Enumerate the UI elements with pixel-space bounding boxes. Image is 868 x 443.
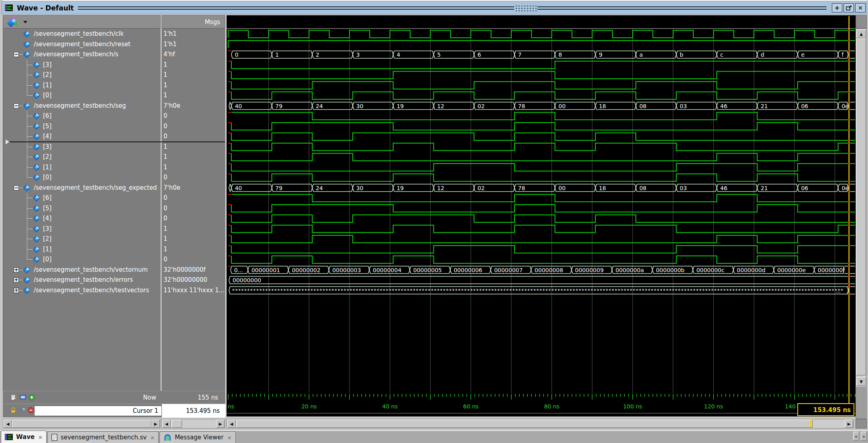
signal-row[interactable]: [3] — [3, 224, 161, 234]
signal-row[interactable]: +/sevensegment_testbench/testvectors — [3, 285, 161, 296]
undock-icon[interactable] — [843, 3, 854, 12]
signal-value-row[interactable]: 0 — [161, 203, 225, 214]
expand-icon[interactable]: + — [14, 267, 19, 273]
names-values-splitter[interactable] — [161, 15, 161, 391]
waveform-canvas[interactable]: 0123456789abcdef407924301912027800180803… — [227, 15, 856, 416]
signal-row[interactable]: [2] — [3, 234, 161, 244]
signal-row[interactable]: −/sevensegment_testbench/seg_expected — [3, 183, 161, 193]
scroll-left-icon[interactable]: ◀ — [162, 420, 171, 428]
signal-row[interactable]: [6] — [3, 111, 161, 121]
display-icon[interactable] — [20, 394, 26, 400]
signal-value-row[interactable]: 7'h0e — [161, 183, 225, 193]
add-cursor-icon[interactable] — [29, 394, 35, 400]
titlebar-grip-icon[interactable] — [514, 4, 537, 12]
signal-row[interactable]: [4] — [3, 131, 161, 142]
scroll-left-icon[interactable]: ◀ — [4, 420, 12, 428]
signal-row[interactable]: +/sevensegment_testbench/vectornum — [3, 265, 161, 275]
signal-value-row[interactable]: 7'h0e — [161, 101, 225, 111]
signal-row[interactable]: [2] — [3, 70, 161, 80]
wave-titlebar[interactable]: Wave - Default + ✕ — [1, 1, 867, 14]
signal-group-icon[interactable] — [7, 17, 19, 27]
cursor-value-field[interactable]: 153.495 ns — [162, 404, 225, 418]
lock-icon[interactable] — [10, 407, 16, 413]
names-column-header[interactable] — [3, 15, 161, 29]
signal-value-row[interactable]: 1 — [161, 224, 225, 234]
signal-value-row[interactable]: 0 — [161, 121, 225, 132]
signal-row[interactable]: [1] — [3, 80, 161, 91]
signal-values-pane[interactable]: 1'h11'h14'hf11117'h0e00011107'h0e0001110… — [161, 29, 225, 391]
tab-scroll-left-icon[interactable]: « — [853, 432, 859, 441]
signal-value-row[interactable]: 1'h1 — [161, 29, 225, 39]
signal-value-row[interactable]: 0 — [161, 131, 225, 142]
signal-row[interactable]: [3] — [3, 142, 161, 152]
scroll-right-icon[interactable]: ▶ — [151, 420, 160, 428]
signal-row[interactable]: +/sevensegment_testbench/errors — [3, 275, 161, 285]
signal-value-row[interactable]: 32'h00000000 — [161, 275, 225, 285]
signal-value-row[interactable]: 32'h0000000f — [161, 265, 225, 275]
signal-value-row[interactable]: 1 — [161, 152, 225, 162]
signal-row[interactable]: [5] — [3, 203, 161, 214]
signal-value-row[interactable]: 1 — [161, 80, 225, 91]
wave-vertical-scrollbar[interactable]: ▲ ▼ — [856, 29, 867, 419]
close-icon[interactable]: ✕ — [855, 3, 866, 12]
signal-value-row[interactable]: 0 — [161, 172, 225, 183]
values-scrollbar-thumb[interactable] — [172, 420, 182, 428]
remove-cursor-icon[interactable] — [28, 407, 34, 413]
signal-row[interactable]: [4] — [3, 213, 161, 224]
waveform-svg[interactable]: 0123456789abcdef407924301912027800180803… — [227, 15, 856, 416]
wave-scrollbar-thumb[interactable] — [236, 420, 813, 428]
tab-close-icon[interactable]: × — [38, 434, 43, 440]
signal-row[interactable]: [3] — [3, 60, 161, 70]
signal-row[interactable]: [1] — [3, 162, 161, 173]
tab-message-viewer[interactable]: Message Viewer× — [159, 431, 235, 443]
scroll-down-icon[interactable]: ▼ — [856, 377, 866, 386]
scroll-right-icon[interactable]: ▶ — [845, 420, 853, 428]
scroll-left-icon[interactable]: ◀ — [227, 420, 236, 428]
tab-close-icon[interactable]: × — [227, 435, 232, 441]
tab-close-icon[interactable]: × — [150, 435, 155, 441]
names-horizontal-scrollbar[interactable]: ◀ ▶ — [3, 419, 161, 429]
signal-value-row[interactable]: 0 — [161, 254, 225, 265]
signal-row[interactable]: [0] — [3, 90, 161, 101]
signal-value-row[interactable]: 0 — [161, 193, 225, 203]
signal-value-row[interactable]: 0 — [161, 213, 225, 224]
zoom-in-button[interactable]: + — [832, 3, 842, 12]
wave-horizontal-scrollbar[interactable]: ◀ ▶ — [227, 419, 854, 429]
signal-value-row[interactable]: 1 — [161, 244, 225, 255]
signal-value-row[interactable]: 4'hf — [161, 49, 225, 60]
tab-sevensegment-testbench-sv[interactable]: sevensegment_testbench.sv× — [47, 431, 159, 443]
vertical-scrollbar-thumb[interactable] — [856, 39, 866, 375]
collapse-icon[interactable]: − — [14, 185, 19, 191]
scroll-right-icon[interactable]: ▶ — [216, 420, 225, 428]
msgs-column-header[interactable]: Msgs — [161, 15, 225, 29]
signal-row[interactable]: [5] — [3, 121, 161, 132]
signal-names-pane[interactable]: /sevensegment_testbench/clk/sevensegment… — [3, 29, 161, 391]
signal-row[interactable]: [2] — [3, 152, 161, 162]
signal-row[interactable]: [1] — [3, 244, 161, 255]
collapse-icon[interactable]: − — [14, 52, 19, 57]
signal-row[interactable]: [0] — [3, 172, 161, 183]
expand-icon[interactable]: + — [14, 288, 19, 293]
signal-value-row[interactable]: 1 — [161, 162, 225, 173]
tab-wave[interactable]: Wave× — [1, 431, 47, 443]
signal-value-row[interactable]: 1 — [161, 60, 225, 70]
signal-value-row[interactable]: 1 — [161, 234, 225, 244]
signal-value-row[interactable]: 0 — [161, 111, 225, 121]
signal-row[interactable]: [0] — [3, 254, 161, 265]
names-scrollbar-thumb[interactable] — [12, 420, 151, 428]
wrench-icon[interactable] — [19, 407, 25, 413]
signal-row[interactable]: /sevensegment_testbench/clk — [3, 29, 161, 39]
cursor-name-field[interactable]: Cursor 1 — [34, 406, 162, 416]
signal-row[interactable]: −/sevensegment_testbench/seg — [3, 101, 161, 111]
signal-value-row[interactable]: 1 — [161, 142, 225, 152]
signal-value-row[interactable]: 1 — [161, 70, 225, 80]
signal-value-row[interactable]: 1 — [161, 90, 225, 101]
signal-row[interactable]: [6] — [3, 193, 161, 203]
note-edit-icon[interactable] — [11, 394, 17, 400]
tab-scroll-right-icon[interactable]: » — [861, 432, 867, 441]
values-horizontal-scrollbar[interactable]: ◀ ▶ — [161, 419, 225, 429]
signal-row[interactable]: −/sevensegment_testbench/s — [3, 49, 161, 60]
scroll-up-icon[interactable]: ▲ — [856, 29, 866, 38]
signal-value-row[interactable]: 1'h1 — [161, 39, 225, 50]
signal-row[interactable]: /sevensegment_testbench/reset — [3, 39, 161, 50]
